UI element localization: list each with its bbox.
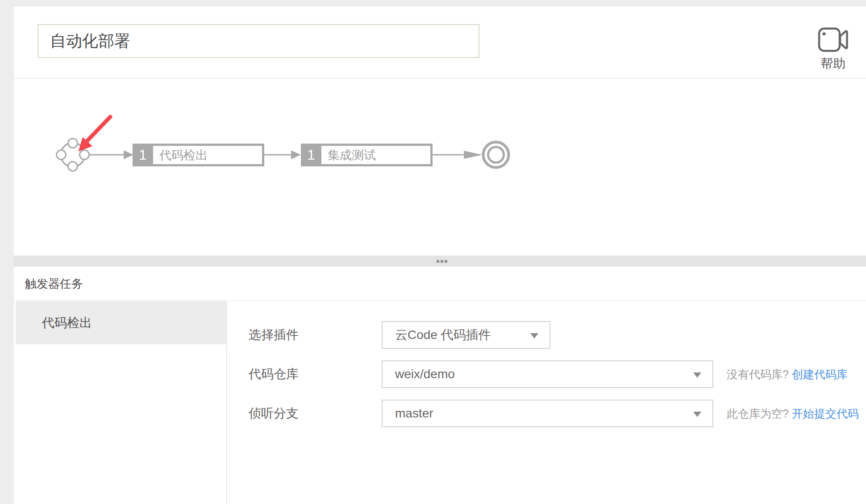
- repository-hint-text: 没有代码库?: [727, 368, 789, 380]
- task-sidebar: 代码检出: [14, 301, 227, 504]
- start-commit-link[interactable]: 开始提交代码: [792, 407, 859, 420]
- end-node[interactable]: [483, 142, 509, 168]
- panel-splitter[interactable]: [14, 256, 866, 267]
- video-camera-icon: [817, 46, 849, 54]
- form-row-plugin: 选择插件 云Code 代码插件: [228, 321, 866, 349]
- repository-hint: 没有代码库? 创建代码库: [727, 360, 848, 388]
- form-row-repository: 代码仓库 weix/demo 没有代码库? 创建代码库: [228, 360, 866, 388]
- stage-box-integration-test[interactable]: 1 集成测试: [301, 144, 433, 166]
- trigger-section-header: 触发器任务: [14, 267, 866, 301]
- branch-hint: 此仓库为空? 开始提交代码: [727, 400, 859, 427]
- pipeline-canvas[interactable]: 1 代码检出 1 集成测试: [14, 79, 866, 256]
- trigger-section-title: 触发器任务: [25, 267, 83, 301]
- chevron-down-icon: [693, 372, 701, 378]
- branch-select-value: master: [395, 401, 433, 426]
- help-label: 帮助: [816, 55, 849, 72]
- plugin-select[interactable]: 云Code 代码插件: [382, 321, 550, 349]
- sidebar-item-label: 代码检出: [42, 301, 92, 344]
- top-frame-strip: [0, 0, 866, 7]
- repository-label: 代码仓库: [249, 360, 299, 388]
- red-pointer-arrow: [74, 117, 110, 156]
- pipeline-title-input[interactable]: [37, 24, 479, 58]
- stage-badge: 1: [301, 144, 321, 166]
- stage-label: 代码检出: [153, 146, 262, 164]
- left-frame-strip: [0, 7, 14, 504]
- help-button[interactable]: 帮助: [816, 27, 849, 72]
- repository-select-value: weix/demo: [395, 361, 455, 387]
- plugin-label: 选择插件: [249, 321, 299, 349]
- create-repository-link[interactable]: 创建代码库: [792, 368, 848, 380]
- sidebar-item-code-checkout[interactable]: 代码检出: [16, 301, 227, 344]
- stage-label: 集成测试: [321, 146, 430, 164]
- branch-select[interactable]: master: [382, 400, 713, 427]
- stage-box-code-checkout[interactable]: 1 代码检出: [133, 144, 264, 166]
- chevron-down-icon: [530, 333, 538, 339]
- header: 帮助: [14, 7, 866, 78]
- form-row-branch: 侦听分支 master 此仓库为空? 开始提交代码: [228, 400, 866, 427]
- plugin-select-value: 云Code 代码插件: [395, 322, 491, 348]
- repository-select[interactable]: weix/demo: [382, 360, 713, 388]
- branch-label: 侦听分支: [249, 400, 299, 427]
- drag-handle-icon[interactable]: [437, 260, 447, 263]
- chevron-down-icon: [693, 412, 701, 417]
- stage-badge: 1: [133, 144, 153, 166]
- branch-hint-text: 此仓库为空?: [727, 407, 789, 420]
- task-config-form: 选择插件 云Code 代码插件 代码仓库 weix/demo 没有代码库? 创建…: [228, 301, 866, 504]
